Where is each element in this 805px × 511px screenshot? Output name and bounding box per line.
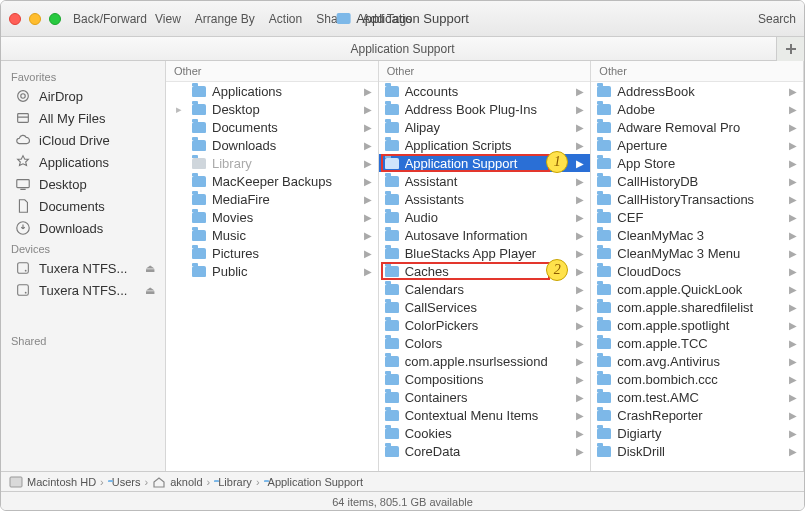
sidebar-item[interactable]: All My Files: [1, 107, 165, 129]
file-row[interactable]: com.apple.spotlight▶: [591, 316, 803, 334]
file-row[interactable]: Autosave Information▶: [379, 226, 591, 244]
file-row[interactable]: Aperture▶: [591, 136, 803, 154]
file-row[interactable]: Movies▶: [166, 208, 378, 226]
file-row[interactable]: Application Scripts▶: [379, 136, 591, 154]
file-row[interactable]: Public▶: [166, 262, 378, 280]
back-forward-label[interactable]: Back/Forward: [73, 12, 147, 26]
chevron-right-icon: ▶: [576, 176, 584, 187]
folder-icon: [385, 230, 399, 241]
chevron-right-icon: ▶: [576, 374, 584, 385]
file-row[interactable]: CallHistoryTransactions▶: [591, 190, 803, 208]
chevron-right-icon: ▶: [364, 86, 372, 97]
sidebar-item[interactable]: Tuxera NTFS...⏏: [1, 279, 165, 301]
close-button[interactable]: [9, 13, 21, 25]
file-row[interactable]: Adware Removal Pro▶: [591, 118, 803, 136]
path-item[interactable]: aknold: [152, 476, 202, 488]
file-row[interactable]: Containers▶: [379, 388, 591, 406]
file-row[interactable]: Alipay▶: [379, 118, 591, 136]
file-row[interactable]: BlueStacks App Player▶: [379, 244, 591, 262]
folder-icon: [192, 104, 206, 115]
file-row[interactable]: CleanMyMac 3 Menu▶: [591, 244, 803, 262]
file-row[interactable]: Contextual Menu Items▶: [379, 406, 591, 424]
file-row[interactable]: Cookies▶: [379, 424, 591, 442]
file-row[interactable]: com.apple.TCC▶: [591, 334, 803, 352]
zoom-button[interactable]: [49, 13, 61, 25]
menu-view[interactable]: View: [155, 12, 181, 26]
file-row[interactable]: DiskDrill▶: [591, 442, 803, 460]
file-row[interactable]: AddressBook▶: [591, 82, 803, 100]
file-row[interactable]: ▸Desktop▶: [166, 100, 378, 118]
folder-icon: [192, 86, 206, 97]
path-item[interactable]: Application Support: [264, 476, 363, 488]
sidebar-item[interactable]: Applications: [1, 151, 165, 173]
file-row[interactable]: CoreData▶: [379, 442, 591, 460]
chevron-right-icon: ▶: [576, 194, 584, 205]
file-row[interactable]: com.apple.QuickLook▶: [591, 280, 803, 298]
search-label[interactable]: Search: [758, 12, 796, 26]
path-item-label: aknold: [170, 476, 202, 488]
file-row[interactable]: Calendars▶: [379, 280, 591, 298]
file-row[interactable]: CallHistoryDB▶: [591, 172, 803, 190]
folder-icon: [192, 266, 206, 277]
file-row[interactable]: MacKeeper Backups▶: [166, 172, 378, 190]
new-tab-button[interactable]: [776, 37, 804, 61]
path-item[interactable]: Macintosh HD: [9, 476, 96, 488]
file-row[interactable]: CleanMyMac 3▶: [591, 226, 803, 244]
file-row[interactable]: Colors▶: [379, 334, 591, 352]
file-row[interactable]: Accounts▶: [379, 82, 591, 100]
file-row[interactable]: Music▶: [166, 226, 378, 244]
file-row[interactable]: Audio▶: [379, 208, 591, 226]
folder-icon: [385, 248, 399, 259]
chevron-right-icon: ▶: [576, 320, 584, 331]
file-row[interactable]: Adobe▶: [591, 100, 803, 118]
path-bar[interactable]: Macintosh HD›Users›aknold›Library›Applic…: [1, 471, 804, 491]
file-row[interactable]: com.test.AMC▶: [591, 388, 803, 406]
file-row[interactable]: Assistants▶: [379, 190, 591, 208]
file-row[interactable]: CEF▶: [591, 208, 803, 226]
sidebar-item[interactable]: AirDrop: [1, 85, 165, 107]
minimize-button[interactable]: [29, 13, 41, 25]
sidebar-item[interactable]: Desktop: [1, 173, 165, 195]
file-label: Adobe: [617, 102, 783, 117]
menu-action[interactable]: Action: [269, 12, 302, 26]
file-row[interactable]: Documents▶: [166, 118, 378, 136]
file-row[interactable]: Application Support▶: [379, 154, 591, 172]
sidebar-item[interactable]: iCloud Drive: [1, 129, 165, 151]
file-row[interactable]: Pictures▶: [166, 244, 378, 262]
file-row[interactable]: Digiarty▶: [591, 424, 803, 442]
file-row[interactable]: MediaFire▶: [166, 190, 378, 208]
file-row[interactable]: CloudDocs▶: [591, 262, 803, 280]
file-row[interactable]: Library▶: [166, 154, 378, 172]
eject-icon[interactable]: ⏏: [145, 262, 155, 275]
file-label: DiskDrill: [617, 444, 783, 459]
chevron-right-icon: ▶: [789, 86, 797, 97]
desktop-icon: [15, 176, 31, 192]
file-row[interactable]: com.avg.Antivirus▶: [591, 352, 803, 370]
file-row[interactable]: ColorPickers▶: [379, 316, 591, 334]
disk-icon: [15, 282, 31, 298]
folder-icon: [597, 176, 611, 187]
path-item[interactable]: Library: [214, 476, 252, 488]
menu-arrangeby[interactable]: Arrange By: [195, 12, 255, 26]
chevron-right-icon: ▶: [364, 104, 372, 115]
file-label: Compositions: [405, 372, 571, 387]
file-row[interactable]: CallServices▶: [379, 298, 591, 316]
file-row[interactable]: App Store▶: [591, 154, 803, 172]
file-row[interactable]: Downloads▶: [166, 136, 378, 154]
file-row[interactable]: Applications▶: [166, 82, 378, 100]
sidebar-item[interactable]: Downloads: [1, 217, 165, 239]
file-row[interactable]: CrashReporter▶: [591, 406, 803, 424]
tab-title[interactable]: Application Support: [350, 42, 454, 56]
sidebar-item[interactable]: Documents: [1, 195, 165, 217]
path-item[interactable]: Users: [108, 476, 141, 488]
file-row[interactable]: Address Book Plug-Ins▶: [379, 100, 591, 118]
file-row[interactable]: com.apple.sharedfilelist▶: [591, 298, 803, 316]
file-row[interactable]: com.apple.nsurlsessiond▶: [379, 352, 591, 370]
file-row[interactable]: Caches▶: [379, 262, 591, 280]
file-row[interactable]: Compositions▶: [379, 370, 591, 388]
file-label: Library: [212, 156, 358, 171]
file-row[interactable]: com.bombich.ccc▶: [591, 370, 803, 388]
sidebar-item[interactable]: Tuxera NTFS...⏏: [1, 257, 165, 279]
eject-icon[interactable]: ⏏: [145, 284, 155, 297]
file-row[interactable]: Assistant▶: [379, 172, 591, 190]
